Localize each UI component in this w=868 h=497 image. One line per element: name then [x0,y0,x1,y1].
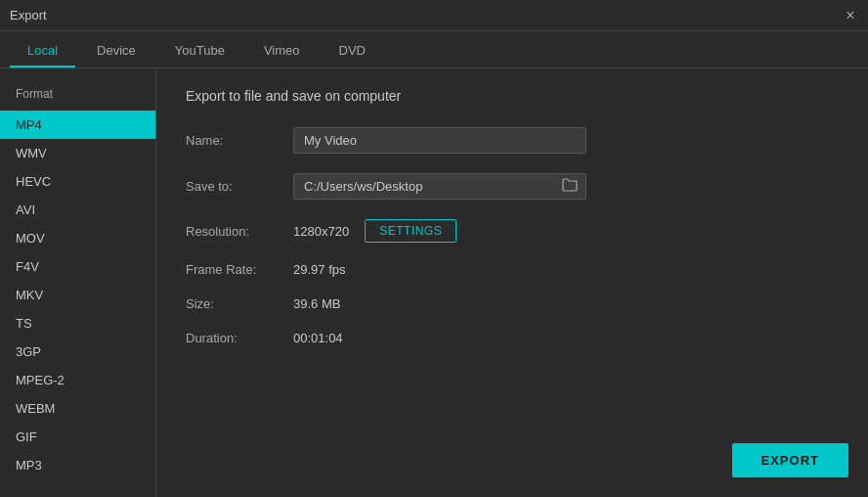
tab-local[interactable]: Local [10,35,75,68]
browse-folder-button[interactable] [554,174,586,199]
size-row: Size: 39.6 MB [186,296,839,311]
format-item-hevc[interactable]: HEVC [0,167,155,196]
title-bar: Export × [0,0,868,31]
panel-title: Export to file and save on computer [186,88,839,104]
resolution-value: 1280x720 [293,224,349,239]
tab-bar: Local Device YouTube Vimeo DVD [0,31,868,68]
name-input[interactable] [293,127,586,154]
format-item-gif[interactable]: GIF [0,423,155,451]
frame-rate-label: Frame Rate: [186,262,293,277]
format-item-3gp[interactable]: 3GP [0,338,155,366]
format-item-avi[interactable]: AVI [0,196,155,224]
format-item-f4v[interactable]: F4V [0,252,155,281]
settings-button[interactable]: SETTINGS [365,219,456,243]
folder-icon [562,178,578,195]
format-item-mkv[interactable]: MKV [0,281,155,309]
name-label: Name: [186,133,293,148]
resolution-row: Resolution: 1280x720 SETTINGS [186,219,839,243]
tab-youtube[interactable]: YouTube [157,35,242,68]
frame-rate-value: 29.97 fps [293,262,346,277]
format-item-mp4[interactable]: MP4 [0,111,155,139]
main-content: Format MP4 WMV HEVC AVI MOV F4V MKV TS 3… [0,68,868,497]
duration-label: Duration: [186,331,293,345]
format-item-mp3[interactable]: MP3 [0,451,155,479]
dialog-title: Export [10,8,47,23]
format-item-ts[interactable]: TS [0,309,155,338]
save-to-wrapper [293,173,586,200]
format-item-mpeg2[interactable]: MPEG-2 [0,366,155,394]
resolution-label: Resolution: [186,224,293,239]
tab-device[interactable]: Device [79,35,153,68]
size-label: Size: [186,296,293,311]
duration-row: Duration: 00:01:04 [186,331,839,345]
sidebar: Format MP4 WMV HEVC AVI MOV F4V MKV TS 3… [0,68,156,497]
save-to-input[interactable] [294,174,554,199]
save-to-label: Save to: [186,179,293,194]
name-row: Name: [186,127,839,154]
close-button[interactable]: × [843,8,858,23]
save-to-row: Save to: [186,173,839,200]
tab-vimeo[interactable]: Vimeo [246,35,318,68]
size-value: 39.6 MB [293,296,340,311]
tab-dvd[interactable]: DVD [322,35,383,68]
format-item-wmv[interactable]: WMV [0,139,155,167]
duration-value: 00:01:04 [293,331,343,345]
format-item-mov[interactable]: MOV [0,224,155,252]
sidebar-header: Format [0,83,155,111]
export-button[interactable]: EXPORT [732,443,848,477]
format-item-webm[interactable]: WEBM [0,394,155,423]
frame-rate-row: Frame Rate: 29.97 fps [186,262,839,277]
right-panel: Export to file and save on computer Name… [156,68,868,497]
